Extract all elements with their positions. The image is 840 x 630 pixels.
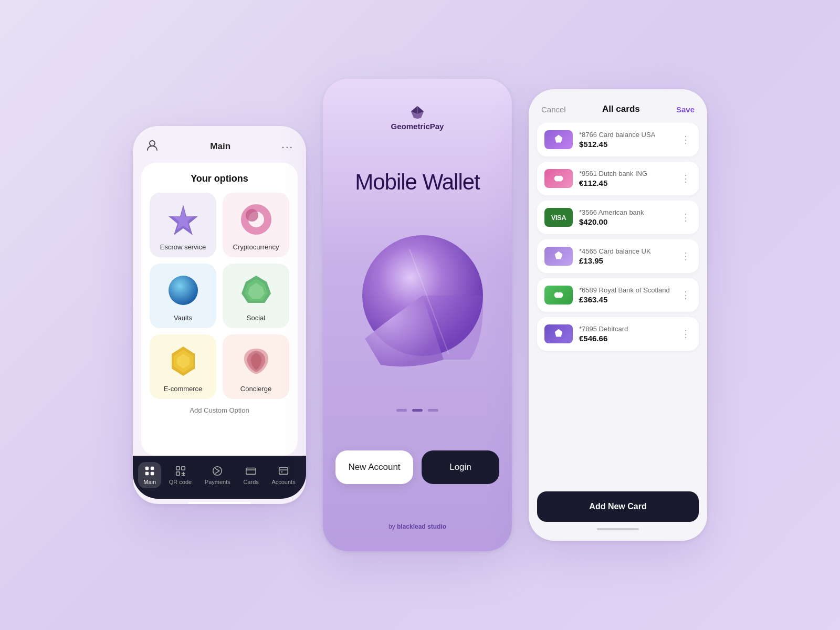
more-options-button[interactable]: ···	[281, 141, 293, 153]
wallet-buttons: New Account Login	[335, 450, 499, 484]
vaults-label: Vaults	[174, 314, 192, 322]
card-info-2: *9561 Dutch bank ING €112.45	[579, 170, 675, 187]
card-info-4: *4565 Card balance UK £13.95	[579, 247, 675, 265]
phone-2: GeometricPay Mobile Wallet	[323, 79, 512, 551]
ecommerce-label: E-commerce	[164, 385, 203, 393]
wallet-sphere	[349, 234, 486, 370]
card-amount-3: $420.00	[579, 217, 675, 226]
card-options-4[interactable]: ⋮	[681, 250, 691, 262]
card-options-2[interactable]: ⋮	[681, 173, 691, 184]
vaults-icon	[165, 272, 202, 309]
card-row[interactable]: VISA *3566 American bank $420.00 ⋮	[537, 201, 699, 234]
svg-point-32	[558, 176, 562, 181]
card-row[interactable]: *6589 Royal Bank of Scotland £363.45 ⋮	[537, 278, 699, 312]
nav-payments[interactable]: Payments	[200, 462, 236, 488]
phone-1: Main ··· Your options Escrow service	[133, 126, 306, 504]
wallet-title: Mobile Wallet	[355, 170, 480, 195]
add-new-card-button[interactable]: Add New Card	[537, 491, 699, 522]
dot-1[interactable]	[396, 409, 407, 412]
nav-qr-label: QR code	[169, 479, 192, 485]
profile-icon[interactable]	[145, 139, 159, 154]
nav-payments-label: Payments	[205, 479, 230, 485]
card-thumb-1	[544, 130, 573, 149]
phones-container: Main ··· Your options Escrow service	[133, 79, 707, 551]
svg-point-4	[246, 209, 258, 222]
svg-point-5	[169, 276, 198, 305]
phone-1-title: Main	[210, 141, 230, 152]
login-button[interactable]: Login	[422, 450, 499, 484]
svg-point-0	[150, 141, 155, 146]
card-row[interactable]: *9561 Dutch bank ING €112.45 ⋮	[537, 162, 699, 195]
dot-3[interactable]	[428, 409, 438, 412]
card-options-5[interactable]: ⋮	[681, 289, 691, 301]
card-name-6: *7895 Debitcard	[579, 325, 675, 333]
card-row[interactable]: *8766 Card balance USA $512.45 ⋮	[537, 123, 699, 156]
nav-accounts[interactable]: Accounts	[266, 462, 300, 488]
options-section-title: Your options	[150, 173, 289, 184]
ecommerce-icon	[165, 343, 202, 380]
svg-point-34	[558, 292, 562, 297]
card-thumb-5	[544, 286, 573, 304]
svg-rect-15	[151, 472, 154, 475]
save-button[interactable]: Save	[676, 105, 695, 114]
svg-rect-14	[145, 472, 149, 475]
card-name-3: *3566 American bank	[579, 208, 675, 216]
add-custom-option-button[interactable]: Add Custom Option	[150, 406, 289, 416]
card-name-2: *9561 Dutch bank ING	[579, 170, 675, 177]
options-card: Your options Escrow service	[141, 163, 298, 456]
cards-header: Cancel All cards Save	[529, 89, 707, 123]
card-amount-6: €546.66	[579, 334, 675, 343]
nav-cards[interactable]: Cards	[238, 462, 264, 488]
options-grid: Escrow service Cryptocurrency	[150, 193, 289, 399]
geopay-logo-icon	[408, 105, 427, 120]
card-options-6[interactable]: ⋮	[681, 328, 691, 340]
option-social[interactable]: Social	[223, 264, 289, 328]
new-account-button[interactable]: New Account	[335, 450, 413, 484]
card-info-6: *7895 Debitcard €546.66	[579, 325, 675, 343]
card-thumb-6	[544, 324, 573, 343]
svg-rect-13	[151, 467, 154, 470]
card-amount-5: £363.45	[579, 295, 675, 304]
studio-name: blacklead studio	[397, 523, 446, 530]
option-vaults[interactable]: Vaults	[150, 264, 216, 328]
carousel-dots	[396, 409, 438, 412]
geopay-name: GeometricPay	[391, 122, 444, 131]
escrow-icon	[165, 201, 202, 238]
dot-2[interactable]	[412, 409, 423, 412]
cancel-button[interactable]: Cancel	[541, 105, 566, 114]
card-amount-1: $512.45	[579, 140, 675, 149]
social-icon	[238, 272, 275, 309]
nav-main[interactable]: Main	[138, 462, 161, 488]
phone-1-navbar: Main QR code Payments	[133, 456, 306, 499]
card-info-5: *6589 Royal Bank of Scotland £363.45	[579, 286, 675, 304]
option-crypto[interactable]: Cryptocurrency	[223, 193, 289, 257]
svg-rect-16	[176, 467, 179, 470]
card-name-4: *4565 Card balance UK	[579, 247, 675, 255]
crypto-icon	[238, 201, 275, 238]
card-row[interactable]: *7895 Debitcard €546.66 ⋮	[537, 317, 699, 351]
card-thumb-3: VISA	[544, 208, 573, 227]
svg-rect-12	[145, 467, 149, 470]
card-name-1: *8766 Card balance USA	[579, 131, 675, 139]
cards-list: *8766 Card balance USA $512.45 ⋮ *9561 D…	[529, 123, 707, 483]
card-options-1[interactable]: ⋮	[681, 134, 691, 145]
nav-accounts-label: Accounts	[271, 479, 295, 485]
option-concierge[interactable]: Concierge	[223, 334, 289, 399]
svg-rect-26	[279, 468, 288, 475]
card-amount-4: £13.95	[579, 256, 675, 265]
phone-3: Cancel All cards Save *8766 Card balance…	[529, 89, 707, 541]
svg-rect-18	[176, 472, 179, 475]
social-label: Social	[247, 314, 265, 322]
card-options-3[interactable]: ⋮	[681, 212, 691, 223]
nav-qr[interactable]: QR code	[164, 462, 197, 488]
option-escrow[interactable]: Escrow service	[150, 193, 216, 257]
svg-rect-17	[181, 467, 184, 470]
card-name-5: *6589 Royal Bank of Scotland	[579, 286, 675, 294]
option-ecommerce[interactable]: E-commerce	[150, 334, 216, 399]
concierge-icon	[238, 343, 275, 380]
phone-1-header: Main ···	[133, 126, 306, 163]
card-row[interactable]: *4565 Card balance UK £13.95 ⋮	[537, 239, 699, 273]
card-info-1: *8766 Card balance USA $512.45	[579, 131, 675, 149]
crypto-label: Cryptocurrency	[233, 243, 279, 251]
card-thumb-4	[544, 247, 573, 266]
